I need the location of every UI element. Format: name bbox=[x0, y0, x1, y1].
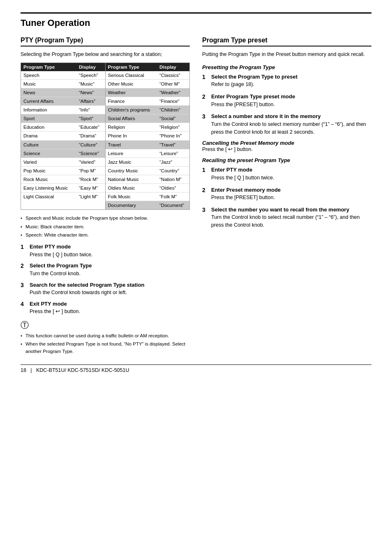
step-title: Enter PTY mode bbox=[211, 166, 274, 174]
col-header-display-2: Display bbox=[157, 63, 189, 71]
pty-steps: 1Enter PTY modePress the [ Q ] button tw… bbox=[21, 243, 190, 316]
step-title: Enter Program Type preset mode bbox=[211, 93, 295, 101]
table-row: Music“Music” bbox=[21, 79, 105, 88]
program-type-cell: Education bbox=[21, 123, 76, 132]
pty-note-item: When the selected Program Type is not fo… bbox=[21, 341, 190, 355]
step-title: Enter PTY mode bbox=[30, 243, 93, 251]
step-number: 3 bbox=[21, 281, 27, 297]
note-icon: Ⓣ bbox=[21, 320, 29, 331]
display-cell: “Affairs” bbox=[76, 97, 105, 106]
step-desc: Turn the Control knob to select recall n… bbox=[211, 214, 371, 229]
table-row: Oldies Music“Oldies” bbox=[106, 183, 190, 192]
cancel-section: Cancelling the Preset Memory mode Press … bbox=[202, 140, 371, 152]
step-title: Enter Preset memory mode bbox=[211, 186, 281, 194]
step-desc: Press the [ Q ] button twice. bbox=[211, 174, 274, 182]
program-type-cell: Phone In bbox=[106, 132, 157, 140]
step-item: 4Exit PTY modePress the [ ↩ ] button. bbox=[21, 300, 190, 316]
display-cell: “Varied” bbox=[76, 158, 105, 166]
table-row: Pop Music“Pop M” bbox=[21, 166, 105, 175]
program-type-cell: News bbox=[21, 88, 76, 97]
program-type-cell: Jazz Music bbox=[106, 158, 157, 166]
step-item: 2Enter Preset memory modePress the [PRES… bbox=[202, 186, 371, 202]
program-type-cell: Rock Music bbox=[21, 175, 76, 183]
step-desc: Press the [PRESET] button. bbox=[211, 194, 281, 202]
step-item: 1Enter PTY modePress the [ Q ] button tw… bbox=[21, 243, 190, 258]
step-title: Exit PTY mode bbox=[30, 300, 80, 308]
program-type-cell: Current Affairs bbox=[21, 97, 76, 106]
step-title: Select the Program Type to preset bbox=[211, 73, 297, 81]
program-type-cell: Varied bbox=[21, 158, 76, 166]
col-header-program-type-2: Program Type bbox=[106, 63, 157, 71]
table-row: Other Music“Other M” bbox=[106, 79, 190, 88]
step-number: 4 bbox=[21, 300, 27, 316]
program-type-cell: Finance bbox=[106, 97, 157, 106]
display-cell: “Nation M” bbox=[157, 175, 189, 183]
display-cell: “Drama” bbox=[76, 132, 105, 140]
display-cell: “Religion” bbox=[157, 123, 189, 132]
table-note-item: Speech: White character item. bbox=[21, 232, 190, 239]
display-cell: “Jazz” bbox=[157, 158, 189, 166]
pty-notes: This function cannot be used during a tr… bbox=[21, 332, 190, 355]
display-cell: “Other M” bbox=[157, 79, 189, 88]
table-row: Varied“Varied” bbox=[21, 158, 105, 166]
program-type-cell: Music bbox=[21, 79, 76, 88]
step-number: 2 bbox=[202, 93, 209, 108]
step-content: Search for the selected Program Type sta… bbox=[30, 281, 144, 297]
step-desc: Push the Control knob towards right or l… bbox=[30, 289, 144, 297]
display-cell: “Social” bbox=[157, 114, 189, 123]
table-row: Religion“Religion” bbox=[106, 123, 190, 132]
col-header-display-1: Display bbox=[76, 63, 105, 71]
table-row: Phone In“Phone In” bbox=[106, 132, 190, 140]
display-cell: “Culture” bbox=[76, 140, 105, 149]
pty-table: Program Type Display Speech“Speech”Music… bbox=[21, 63, 190, 210]
pty-note-item: This function cannot be used during a tr… bbox=[21, 332, 190, 339]
program-type-cell: Documentary bbox=[106, 201, 157, 210]
table-row: Jazz Music“Jazz” bbox=[106, 158, 190, 166]
display-cell: “Easy M” bbox=[76, 183, 105, 192]
model-info: KDC-BT51U/ KDC-5751SD/ KDC-5051U bbox=[36, 367, 129, 373]
step-title: Search for the selected Program Type sta… bbox=[30, 281, 144, 289]
step-number: 2 bbox=[21, 262, 27, 277]
page-title: Tuner Operation bbox=[21, 12, 371, 28]
recall-steps: 1Enter PTY modePress the [ Q ] button tw… bbox=[202, 166, 371, 229]
table-row: Speech“Speech” bbox=[21, 71, 105, 80]
step-desc: Turn the Control knob to select memory n… bbox=[211, 121, 371, 136]
preset-section-title: Program Type preset bbox=[202, 37, 371, 46]
program-type-cell: Easy Listening Music bbox=[21, 183, 76, 192]
display-cell: “Phone In” bbox=[157, 132, 189, 140]
display-cell: “Science” bbox=[76, 149, 105, 158]
display-cell: “Sport” bbox=[76, 114, 105, 123]
display-cell: “Travel” bbox=[157, 140, 189, 149]
program-type-cell: Science bbox=[21, 149, 76, 158]
display-cell: “Educate” bbox=[76, 123, 105, 132]
table-row: News“News” bbox=[21, 88, 105, 97]
program-type-cell: Speech bbox=[21, 71, 76, 80]
presetting-steps: 1Select the Program Type to presetRefer … bbox=[202, 73, 371, 136]
step-desc: Refer to (page 18). bbox=[211, 81, 297, 88]
display-cell: “Country” bbox=[157, 166, 189, 175]
program-type-cell: Country Music bbox=[106, 166, 157, 175]
display-cell: “Leisure” bbox=[157, 149, 189, 158]
table-row: Travel“Travel” bbox=[106, 140, 190, 149]
program-type-cell: Oldies Music bbox=[106, 183, 157, 192]
table-row: Information“Info” bbox=[21, 106, 105, 114]
step-content: Select a number and store it in the memo… bbox=[211, 112, 371, 136]
step-content: Select the Program TypeTurn the Control … bbox=[30, 262, 92, 277]
display-cell: “Classics” bbox=[157, 71, 189, 80]
table-row: Current Affairs“Affairs” bbox=[21, 97, 105, 106]
step-item: 2Select the Program TypeTurn the Control… bbox=[21, 262, 190, 277]
step-title: Select the Program Type bbox=[30, 262, 92, 270]
program-type-cell: Social Affairs bbox=[106, 114, 157, 123]
table-notes: Speech and Music include the Program typ… bbox=[21, 215, 190, 239]
display-cell: “Music” bbox=[76, 79, 105, 88]
step-desc: Turn the Control knob. bbox=[30, 270, 92, 278]
step-content: Enter PTY modePress the [ Q ] button twi… bbox=[211, 166, 274, 181]
table-row: Drama“Drama” bbox=[21, 132, 105, 140]
pty-table-right: Program Type Display Serious Classical“C… bbox=[106, 63, 190, 210]
step-desc: Press the [PRESET] button. bbox=[211, 101, 295, 109]
display-cell: “Weather” bbox=[157, 88, 189, 97]
step-number: 1 bbox=[202, 73, 209, 88]
step-content: Enter Program Type preset modePress the … bbox=[211, 93, 295, 108]
table-row: Science“Science” bbox=[21, 149, 105, 158]
display-cell: “Info” bbox=[76, 106, 105, 114]
